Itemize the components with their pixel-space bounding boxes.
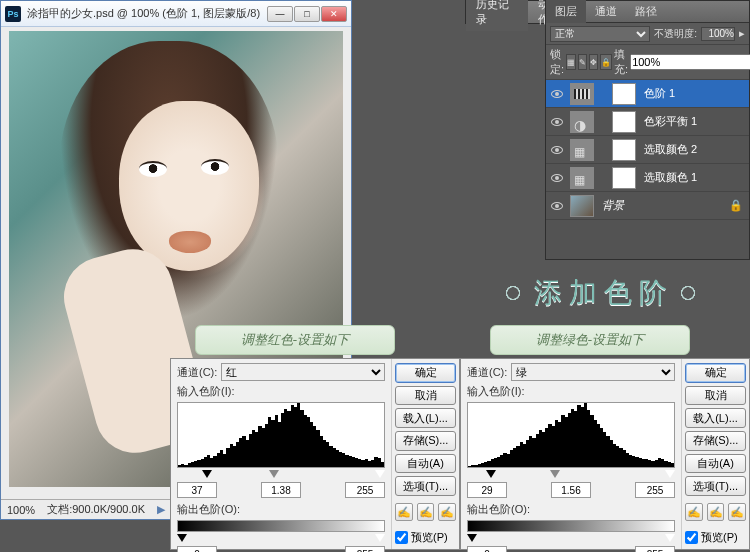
tab-paths[interactable]: 路径 bbox=[626, 0, 666, 23]
out-black-slider[interactable] bbox=[177, 534, 187, 542]
statusbar-arrow-icon[interactable]: ▶ bbox=[157, 503, 165, 516]
midtone-input[interactable] bbox=[551, 482, 591, 498]
out-white-slider[interactable] bbox=[665, 534, 675, 542]
auto-button[interactable]: 自动(A) bbox=[685, 454, 746, 474]
midtone-slider[interactable] bbox=[269, 470, 279, 478]
layer-color-balance-1[interactable]: 色彩平衡 1 bbox=[546, 108, 749, 136]
shadow-input[interactable] bbox=[177, 482, 217, 498]
visibility-toggle[interactable] bbox=[548, 85, 566, 103]
preview-checkbox[interactable]: 预览(P) bbox=[685, 530, 746, 545]
layer-name[interactable]: 色阶 1 bbox=[640, 86, 747, 101]
highlight-slider[interactable] bbox=[665, 470, 675, 478]
visibility-toggle[interactable] bbox=[548, 113, 566, 131]
out-black-input[interactable] bbox=[467, 546, 507, 552]
titlebar[interactable]: Ps 涂指甲的少女.psd @ 100% (色阶 1, 图层蒙版/8) — □ … bbox=[1, 1, 351, 27]
layer-name[interactable]: 色彩平衡 1 bbox=[640, 114, 747, 129]
layer-thumb[interactable] bbox=[570, 195, 594, 217]
layer-mask-thumb[interactable] bbox=[612, 83, 636, 105]
input-slider[interactable] bbox=[177, 470, 385, 480]
adjustment-thumb-icon[interactable] bbox=[570, 167, 594, 189]
lock-icon: 🔒 bbox=[729, 199, 747, 212]
ok-button[interactable]: 确定 bbox=[685, 363, 746, 383]
ok-button[interactable]: 确定 bbox=[395, 363, 456, 383]
midtone-input[interactable] bbox=[261, 482, 301, 498]
close-button[interactable]: ✕ bbox=[321, 6, 347, 22]
adjustment-thumb-icon[interactable] bbox=[570, 139, 594, 161]
layer-name[interactable]: 选取颜色 2 bbox=[640, 142, 747, 157]
highlight-input[interactable] bbox=[345, 482, 385, 498]
adjustment-thumb-icon[interactable] bbox=[570, 83, 594, 105]
out-white-input[interactable] bbox=[345, 546, 385, 552]
layer-name[interactable]: 背景 bbox=[598, 198, 725, 213]
gray-point-dropper[interactable]: ✍ bbox=[417, 503, 435, 521]
out-white-input[interactable] bbox=[635, 546, 675, 552]
layer-levels-1[interactable]: 色阶 1 bbox=[546, 80, 749, 108]
black-point-dropper[interactable]: ✍ bbox=[685, 503, 703, 521]
layer-list: 色阶 1 色彩平衡 1 选取颜色 2 选取颜色 1 背景 🔒 bbox=[546, 80, 749, 260]
layer-name[interactable]: 选取颜色 1 bbox=[640, 170, 747, 185]
channel-select[interactable]: 绿 bbox=[511, 363, 675, 381]
output-levels-label: 输出色阶(O): bbox=[467, 502, 530, 517]
tab-history[interactable]: 历史记录 bbox=[466, 0, 528, 31]
white-point-dropper[interactable]: ✍ bbox=[438, 503, 456, 521]
opacity-input[interactable] bbox=[701, 27, 735, 41]
white-point-dropper[interactable]: ✍ bbox=[728, 503, 746, 521]
load-button[interactable]: 载入(L)... bbox=[395, 408, 456, 428]
output-slider[interactable] bbox=[467, 534, 675, 544]
layer-mask-thumb[interactable] bbox=[612, 167, 636, 189]
input-slider[interactable] bbox=[467, 470, 675, 480]
lock-move-icon[interactable]: ✥ bbox=[589, 54, 598, 70]
tab-layers[interactable]: 图层 bbox=[546, 0, 586, 23]
preview-checkbox[interactable]: 预览(P) bbox=[395, 530, 456, 545]
layer-selective-color-2[interactable]: 选取颜色 2 bbox=[546, 136, 749, 164]
highlight-slider[interactable] bbox=[375, 470, 385, 478]
zoom-value[interactable]: 100% bbox=[7, 504, 35, 516]
load-button[interactable]: 载入(L)... bbox=[685, 408, 746, 428]
output-gradient[interactable] bbox=[467, 520, 675, 532]
shadow-slider[interactable] bbox=[486, 470, 496, 478]
visibility-toggle[interactable] bbox=[548, 141, 566, 159]
output-gradient[interactable] bbox=[177, 520, 385, 532]
cancel-button[interactable]: 取消 bbox=[685, 386, 746, 406]
maximize-button[interactable]: □ bbox=[294, 6, 320, 22]
output-slider[interactable] bbox=[177, 534, 385, 544]
lock-paint-icon[interactable]: ✎ bbox=[578, 54, 587, 70]
out-white-slider[interactable] bbox=[375, 534, 385, 542]
save-button[interactable]: 存储(S)... bbox=[395, 431, 456, 451]
out-black-slider[interactable] bbox=[467, 534, 477, 542]
channel-select[interactable]: 红 bbox=[221, 363, 385, 381]
tutorial-title-text: 添 加 色 阶 bbox=[534, 274, 667, 312]
input-levels-label: 输入色阶(I): bbox=[467, 384, 524, 399]
cancel-button[interactable]: 取消 bbox=[395, 386, 456, 406]
histogram-green bbox=[467, 402, 675, 468]
fill-input[interactable] bbox=[630, 54, 750, 70]
output-levels-label: 输出色阶(O): bbox=[177, 502, 240, 517]
layer-mask-thumb[interactable] bbox=[612, 111, 636, 133]
adjustment-thumb-icon[interactable] bbox=[570, 111, 594, 133]
channel-label: 通道(C): bbox=[467, 365, 507, 380]
options-button[interactable]: 选项(T)... bbox=[685, 476, 746, 496]
layer-selective-color-1[interactable]: 选取颜色 1 bbox=[546, 164, 749, 192]
layer-background[interactable]: 背景 🔒 bbox=[546, 192, 749, 220]
levels-dialog-green: 通道(C): 绿 输入色阶(I): 输出色阶(O): 确定 取消 载入(L)..… bbox=[460, 358, 750, 550]
layer-mask-thumb[interactable] bbox=[612, 139, 636, 161]
options-button[interactable]: 选项(T)... bbox=[395, 476, 456, 496]
out-black-input[interactable] bbox=[177, 546, 217, 552]
gray-point-dropper[interactable]: ✍ bbox=[707, 503, 725, 521]
shadow-input[interactable] bbox=[467, 482, 507, 498]
highlight-input[interactable] bbox=[635, 482, 675, 498]
blend-mode-select[interactable]: 正常 bbox=[550, 26, 650, 42]
opacity-arrow-icon[interactable]: ▸ bbox=[739, 27, 745, 40]
save-button[interactable]: 存储(S)... bbox=[685, 431, 746, 451]
auto-button[interactable]: 自动(A) bbox=[395, 454, 456, 474]
minimize-button[interactable]: — bbox=[267, 6, 293, 22]
black-point-dropper[interactable]: ✍ bbox=[395, 503, 413, 521]
midtone-slider[interactable] bbox=[550, 470, 560, 478]
tab-channels[interactable]: 通道 bbox=[586, 0, 626, 23]
lock-all-icon[interactable]: 🔒 bbox=[600, 54, 612, 70]
visibility-toggle[interactable] bbox=[548, 197, 566, 215]
visibility-toggle[interactable] bbox=[548, 169, 566, 187]
shadow-slider[interactable] bbox=[202, 470, 212, 478]
fill-label: 填充: bbox=[614, 47, 628, 77]
lock-transparent-icon[interactable]: ▦ bbox=[566, 54, 576, 70]
